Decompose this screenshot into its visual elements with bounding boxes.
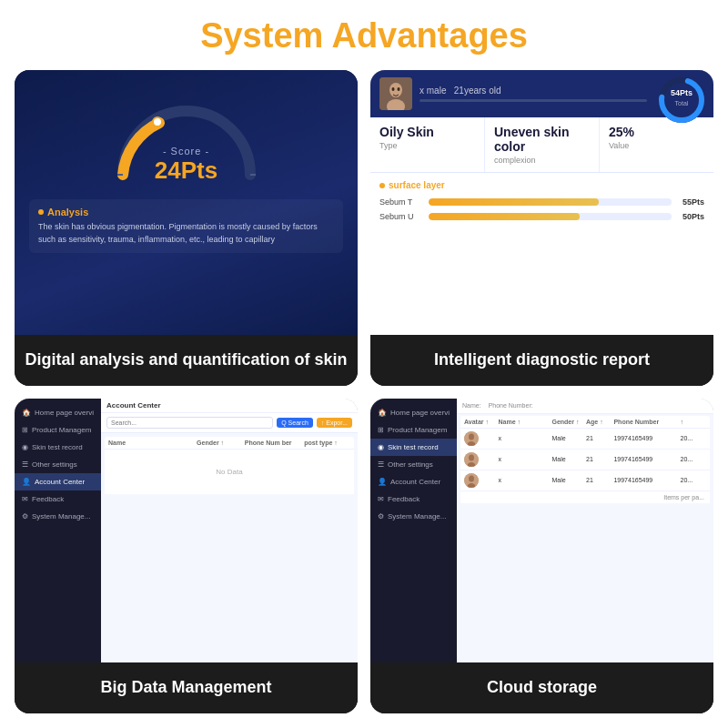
value-label: Value [609,141,704,150]
bar-row-2: Sebum U 50Pts [379,212,704,221]
complexion-label: complexion [494,156,590,165]
sidebar-item-feedback[interactable]: ✉ Feedback [15,490,101,508]
mgmt-screen: 🏠 Home page overvi ⊞ Product Managem ◉ S… [15,399,358,663]
gauge-wrapper: - Score - 24Pts [105,88,268,188]
card2-label: Intelligent diagnostic report [370,335,713,386]
phone-label: Phone Number: [489,402,533,409]
card-report: x male 21years old 54Pts Total [370,70,713,386]
skin-type-value: Oily Skin [379,125,475,139]
report-header: x male 21years old 54Pts Total [370,70,713,117]
skin-type-col: Oily Skin Type [370,117,485,172]
skin-icon: ◉ [22,443,28,451]
surface-title: surface layer [379,180,704,190]
sidebar-item-product[interactable]: ⊞ Product Managem [15,421,101,439]
product-icon-2: ⊞ [378,426,384,434]
score-label-group: - Score - 24Pts [155,146,217,185]
sidebar-item-skin[interactable]: ◉ Skin test record [15,439,101,456]
main-grid: - Score - 24Pts Analysis The skin has ob… [15,70,713,713]
cloud-table-header: Avatar ↑ Name ↑ Gender ↑ Age ↑ Phone Num… [460,416,710,429]
sidebar-item-home[interactable]: 🏠 Home page overvi [15,404,101,421]
search-button[interactable]: Q Search [277,418,313,428]
settings-icon-2: ☰ [378,460,384,469]
score-subtitle: - Score - [155,146,217,157]
analysis-title: Analysis [38,207,334,217]
section-title: Account Center [101,399,358,413]
mgmt-main: Account Center Q Search ↑ Expor... Name … [101,399,358,663]
card1-label: Digital analysis and quantification of s… [15,335,358,386]
cloud-table: Avatar ↑ Name ↑ Gender ↑ Age ↑ Phone Num… [457,414,713,663]
svg-point-0 [153,117,162,126]
sidebar-item-system[interactable]: ⚙ System Manage... [15,508,101,525]
table-header: Name Gender ↑ Phone Num ber post type ↑ [105,437,354,450]
row1-avatar [464,431,479,446]
card-score: - Score - 24Pts Analysis The skin has ob… [15,70,358,386]
bar-fill-1 [429,198,599,206]
svg-text:Total: Total [675,100,689,106]
feedback-icon-2: ✉ [378,495,384,503]
cloud-sidebar-home[interactable]: 🏠 Home page overvi [370,404,457,421]
complexion-value: Uneven skin color [494,125,590,154]
cloud-sidebar-system[interactable]: ⚙ System Manage... [370,508,457,525]
analysis-section: Analysis The skin has obvious pigmentati… [29,199,343,253]
card-cloud: 🏠 Home page overvi ⊞ Product Managem ◉ S… [370,399,713,714]
no-data: No Data [105,450,354,494]
svg-point-14 [469,454,474,460]
svg-point-11 [469,433,474,440]
surface-section: surface layer Sebum T 55Pts Sebum U [370,173,713,335]
page-container: System Advantages [0,0,728,728]
complexion-col: Uneven skin color complexion [485,117,600,172]
cloud-sidebar: 🏠 Home page overvi ⊞ Product Managem ◉ S… [370,399,457,663]
cloud-sidebar-settings[interactable]: ☰ Other settings [370,456,457,473]
svg-point-2 [389,83,402,97]
svg-point-5 [398,87,400,91]
card3-label: Big Data Management [15,662,358,713]
name-phone-row: Name: Phone Number: [457,399,713,414]
mgmt-table: Name Gender ↑ Phone Num ber post type ↑ … [101,433,358,663]
svg-text:54Pts: 54Pts [671,88,693,97]
system-icon-2: ⚙ [378,512,384,521]
score-screen: - Score - 24Pts Analysis The skin has ob… [15,70,358,335]
product-icon: ⊞ [22,426,28,434]
cloud-sidebar-feedback[interactable]: ✉ Feedback [370,490,457,508]
skin-type-label: Type [379,141,475,150]
analysis-dot [38,209,44,215]
mgmt-sidebar: 🏠 Home page overvi ⊞ Product Managem ◉ S… [15,399,101,663]
cloud-sidebar-product[interactable]: ⊞ Product Managem [370,421,457,439]
sidebar-item-settings[interactable]: ☰ Other settings [15,456,101,473]
page-title: System Advantages [200,16,528,56]
row2-avatar [464,452,479,467]
table-row: x Male 21 19974165499 20... [460,450,710,470]
cloud-main: Name: Phone Number: Avatar ↑ Name ↑ Gend [457,399,713,663]
surface-dot [379,183,385,188]
name-label: Name: [462,402,481,409]
cloud-sidebar-account[interactable]: 👤 Account Center [370,473,457,490]
system-icon: ⚙ [22,512,28,521]
report-screen: x male 21years old 54Pts Total [370,70,713,335]
account-icon-2: 👤 [378,478,387,486]
row3-avatar [464,473,479,488]
score-donut: 54Pts Total [657,76,706,128]
skin-icon-2: ◉ [378,443,384,451]
sidebar-item-account[interactable]: 👤 Account Center [15,473,101,490]
bar-fill-2 [429,213,580,220]
feedback-icon: ✉ [22,495,28,503]
svg-point-4 [392,87,395,91]
card-mgmt: 🏠 Home page overvi ⊞ Product Managem ◉ S… [15,399,358,714]
cloud-sidebar-skin[interactable]: ◉ Skin test record [370,439,457,456]
avatar [379,77,412,110]
score-value: 24Pts [155,157,217,185]
table-row: x Male 21 19974165499 20... [460,470,710,491]
table-row: x Male 21 19974165499 20... [460,429,710,450]
home-icon: 🏠 [22,409,31,417]
export-button[interactable]: ↑ Expor... [317,418,352,428]
mgmt-toolbar: Q Search ↑ Expor... [101,413,358,433]
card4-label: Cloud storage [370,662,713,713]
analysis-text: The skin has obvious pigmentation. Pigme… [38,221,334,246]
home-icon-2: 🏠 [378,409,387,417]
cloud-screen: 🏠 Home page overvi ⊞ Product Managem ◉ S… [370,399,713,663]
account-icon: 👤 [22,478,31,486]
svg-point-17 [469,475,474,481]
pagination: Items per pa... [460,491,710,503]
bar-row-1: Sebum T 55Pts [379,197,704,207]
search-input[interactable] [106,417,273,429]
